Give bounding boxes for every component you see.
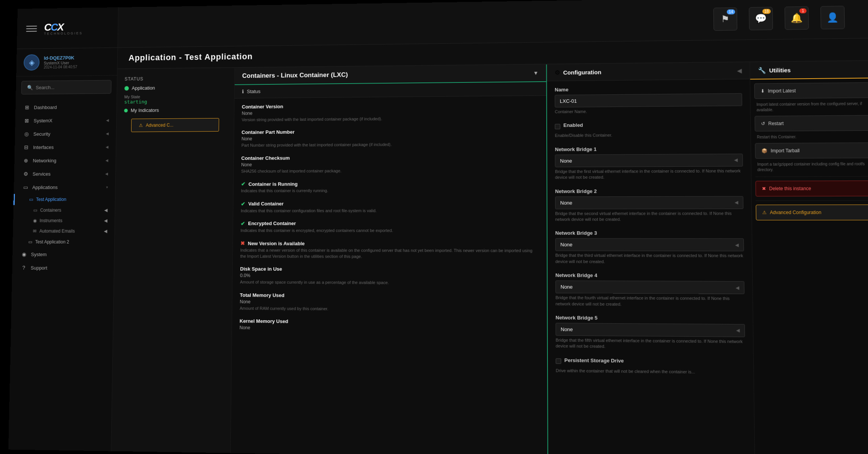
green-check-icon: ✔ [240, 220, 245, 227]
indicator-text: My Indicators [131, 107, 159, 113]
import-latest-label: Import Latest [768, 88, 796, 94]
status-item-title: Kernel Memory Used [240, 318, 539, 326]
search-box[interactable]: 🔍 Search... [21, 80, 111, 95]
sidebar-subsubitem-containers[interactable]: ▭ Containers ◀ [13, 205, 115, 215]
config-dropdown-arrow[interactable]: ◀ [737, 67, 742, 74]
sidebar-item-security[interactable]: ◎ Security ◀ [15, 127, 116, 140]
sidebar-subitem-label: Test Application 2 [35, 239, 69, 245]
chat-button[interactable]: 💬 18 [749, 7, 773, 30]
status-item-running: ✔ Container is Running Indicates that th… [241, 180, 539, 194]
status-item-title: Container Part Number [242, 128, 539, 135]
flag-button[interactable]: ⚑ 14 [713, 7, 737, 31]
green-check-icon: ✔ [241, 181, 246, 187]
utilities-header: 🔧 Utilities [750, 61, 868, 80]
user-profile-button[interactable]: 👤 [820, 6, 845, 29]
nb4-input[interactable]: None ◀ [556, 281, 745, 294]
nb4-label: Network Bridge 4 [556, 272, 745, 279]
main-content: Application - Test Application Status Ap… [111, 38, 868, 454]
import-icon: ⬇ [761, 88, 765, 94]
sidebar-item-networking[interactable]: ⊕ Networking ◀ [14, 153, 116, 167]
status-circle-icon: ℹ [242, 89, 244, 94]
persistent-storage-label: Persistent Storage Drive [564, 357, 624, 364]
delete-icon: ✖ [762, 186, 766, 191]
import-latest-button[interactable]: ⬇ Import Latest [754, 82, 868, 99]
sidebar-item-label: Dashboard [34, 104, 57, 110]
status-item-desc: Indicates that this container is current… [241, 188, 539, 194]
sidebar-item-system[interactable]: ◉ System [12, 247, 114, 261]
persistent-storage-checkbox[interactable] [556, 359, 561, 364]
email-icon: ✉ [33, 229, 37, 234]
nb3-input[interactable]: None ◀ [555, 239, 744, 252]
import-latest-desc: Import latest container version from the… [755, 101, 868, 113]
expand-arrow: ◀ [104, 229, 107, 234]
sidebar-item-dashboard[interactable]: ⊞ Dashboard [15, 100, 117, 114]
config-field-persistent-storage: Persistent Storage Drive Drive within th… [556, 357, 745, 375]
config-panel: ⚙ Configuration ◀ Name LXC-01 Container … [546, 62, 755, 454]
application-status-dot [125, 86, 129, 90]
status-item-total-memory: Total Memory Used None Amount of RAM cur… [240, 292, 539, 313]
config-field-nb1: Network Bridge 1 None ◀ Bridge that the … [555, 145, 743, 181]
hamburger-button[interactable] [24, 21, 39, 36]
expand-arrow: ◀ [106, 118, 109, 122]
container-dropdown-arrow[interactable]: ▼ [533, 70, 538, 76]
red-x-icon: ✖ [240, 240, 245, 247]
application-status-text: Application [132, 85, 155, 91]
nb3-value: None [561, 242, 573, 248]
nb1-label: Network Bridge 1 [555, 145, 743, 152]
import-tarball-label: Import Tarball [771, 148, 800, 154]
sidebar-subsubitem-automated-emails[interactable]: ✉ Automated Emails ◀ [13, 226, 115, 236]
notifications-button[interactable]: 🔔 1 [784, 6, 809, 30]
sidebar-subitem-test-application-2[interactable]: ▭ Test Application 2 [13, 236, 114, 248]
flag-badge: 14 [727, 9, 735, 14]
sidebar-item-interfaces[interactable]: ⊟ Interfaces ◀ [15, 140, 116, 154]
nb5-input[interactable]: None ◀ [556, 323, 745, 337]
wrench-icon: 🔧 [758, 67, 766, 74]
sidebar-item-systemx[interactable]: ⊠ SystemX ◀ [15, 113, 117, 127]
config-field-nb5: Network Bridge 5 None ◀ Bridge that the … [556, 315, 745, 351]
sidebar-item-support[interactable]: ? Support [12, 261, 114, 275]
status-item-checksum: Container Checksum None SHA256 checksum … [241, 154, 539, 174]
avatar: ◈ [23, 54, 39, 71]
divider [756, 200, 868, 201]
nb1-input[interactable]: None ◀ [555, 154, 743, 167]
sidebar-subsubitem-label: Instruments [39, 218, 62, 224]
import-tarball-button[interactable]: 📦 Import Tarball [755, 142, 868, 158]
status-item-title: Total Memory Used [240, 292, 539, 299]
enabled-checkbox[interactable] [555, 124, 560, 129]
status-item-title: ✖ New Version is Available [240, 240, 539, 247]
nb2-input[interactable]: None ◀ [555, 196, 743, 209]
restart-icon: ↺ [761, 121, 765, 126]
advanced-config-label: Advanced Configuration [770, 210, 821, 215]
sidebar-subsubitem-instruments[interactable]: ◉ Instruments ◀ [13, 215, 115, 226]
advanced-config-button[interactable]: ⚠ Advanced Configuration [756, 204, 868, 220]
config-field-enabled: Enabled Enable/Disable this Container. [555, 121, 743, 139]
sidebar-item-services[interactable]: ⚙ Services ◀ [14, 167, 116, 181]
avatar-icon: ◈ [29, 58, 35, 67]
green-check-icon: ✔ [241, 201, 245, 207]
sidebar-item-label: System [31, 252, 47, 257]
sidebar-subsubitem-label: Containers [40, 207, 61, 213]
nb3-label: Network Bridge 3 [555, 230, 744, 236]
user-info: Id-DQEZ7P0K SystemX User 2024-11-04 08:4… [44, 54, 110, 69]
indicator-dot [124, 109, 128, 112]
chevron-down-icon: ▾ [106, 185, 108, 189]
advanced-btn-label: Advanced C... [146, 122, 173, 128]
enabled-sublabel: Enable/Disable this Container. [555, 132, 743, 139]
sidebar-subitem-test-application[interactable]: ▭ Test Application [13, 194, 115, 205]
status-item-value: None [241, 161, 539, 167]
nb5-desc: Bridge that the fifth virtual ethernet i… [556, 337, 745, 351]
status-item-desc: Version string provided with the last im… [242, 115, 538, 123]
nb2-arrow: ◀ [735, 200, 738, 205]
advanced-config-btn[interactable]: ⚠ Advanced C... [131, 118, 219, 132]
status-item-desc: Indicates that this container is encrypt… [240, 228, 539, 234]
sidebar-item-applications[interactable]: ▭ Applications ▾ [14, 180, 115, 194]
delete-button[interactable]: ✖ Delete this instance [755, 181, 868, 197]
delete-label: Delete this instance [769, 186, 811, 192]
container-panel-title: Containers - Linux Container (LXC) [242, 71, 348, 80]
expand-arrow: ◀ [104, 207, 108, 213]
tarball-icon: 📦 [761, 148, 768, 153]
name-input[interactable]: LXC-01 [555, 93, 742, 107]
restart-button[interactable]: ↺ Restart [755, 115, 868, 132]
status-item-title: ✔ Valid Container [241, 200, 539, 207]
config-field-nb4: Network Bridge 4 None ◀ Bridge that the … [556, 272, 745, 308]
